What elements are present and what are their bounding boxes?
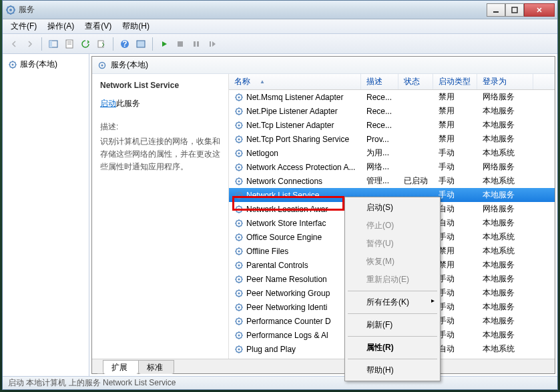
table-row[interactable]: Network Connections管理...已启动手动本地系统 bbox=[229, 174, 555, 188]
svg-rect-15 bbox=[197, 41, 199, 47]
cell-startup: 手动 bbox=[433, 147, 477, 159]
table-row[interactable]: Net.Msmq Listener AdapterRece...禁用网络服务 bbox=[229, 90, 555, 104]
cell-name: Netlogon bbox=[229, 149, 361, 158]
bottom-tabs: 扩展 标准 bbox=[92, 359, 555, 373]
help-button[interactable]: ? bbox=[117, 37, 132, 51]
cell-name: Plug and Play bbox=[229, 345, 361, 354]
gear-icon bbox=[234, 331, 244, 340]
cell-desc: Rece... bbox=[361, 121, 398, 130]
gear-icon bbox=[234, 149, 244, 158]
list-header: 名称 描述 状态 启动类型 登录为 bbox=[229, 74, 555, 90]
table-row[interactable]: Net.Tcp Port Sharing ServiceProv...禁用本地服… bbox=[229, 132, 555, 146]
right-header: 服务(本地) bbox=[92, 57, 555, 74]
start-action-line: 启动此服务 bbox=[100, 98, 220, 109]
refresh-button[interactable] bbox=[78, 37, 93, 51]
right-header-label: 服务(本地) bbox=[111, 59, 148, 71]
context-separator bbox=[348, 336, 437, 337]
help2-button[interactable] bbox=[133, 37, 148, 51]
gear-icon bbox=[234, 233, 244, 242]
cell-name: Net.Msmq Listener Adapter bbox=[229, 93, 361, 102]
table-row[interactable]: Netlogon为用...手动本地系统 bbox=[229, 146, 555, 160]
start-suffix: 此服务 bbox=[116, 99, 140, 108]
window-title: 服务 bbox=[19, 4, 487, 15]
col-desc[interactable]: 描述 bbox=[361, 74, 398, 89]
export-button[interactable] bbox=[94, 37, 109, 51]
cell-name: Network Store Interfac bbox=[229, 219, 361, 228]
cell-desc: Rece... bbox=[361, 93, 398, 102]
context-item[interactable]: 帮助(H) bbox=[346, 361, 439, 379]
svg-point-48 bbox=[238, 278, 240, 280]
cell-name: Peer Networking Identi bbox=[229, 303, 361, 312]
cell-desc: 网络... bbox=[361, 161, 398, 173]
tree-root[interactable]: 服务(本地) bbox=[5, 57, 86, 72]
svg-point-1 bbox=[9, 9, 12, 11]
cell-logon: 本地服务 bbox=[477, 105, 533, 117]
gear-icon bbox=[234, 163, 244, 172]
table-row[interactable]: Net.Pipe Listener AdapterRece...禁用本地服务 bbox=[229, 104, 555, 118]
cell-name: Network Location Awar bbox=[229, 205, 361, 214]
cell-name: Peer Networking Group bbox=[229, 289, 361, 298]
start-service-button[interactable] bbox=[157, 37, 172, 51]
gear-icon bbox=[234, 107, 244, 116]
svg-rect-2 bbox=[493, 11, 499, 13]
menu-help[interactable]: 帮助(H) bbox=[117, 19, 155, 33]
gear-icon bbox=[97, 61, 107, 70]
maximize-button[interactable] bbox=[505, 3, 524, 17]
gear-icon bbox=[234, 219, 244, 228]
window-buttons bbox=[487, 3, 555, 17]
restart-service-button[interactable] bbox=[205, 37, 220, 51]
close-button[interactable] bbox=[524, 3, 555, 17]
stop-service-button[interactable] bbox=[173, 37, 188, 51]
cell-startup: 禁用 bbox=[433, 105, 477, 117]
start-link[interactable]: 启动 bbox=[100, 99, 116, 108]
cell-desc: 为用... bbox=[361, 147, 398, 159]
col-state[interactable]: 状态 bbox=[398, 74, 433, 89]
svg-point-20 bbox=[101, 64, 103, 66]
pause-service-button[interactable] bbox=[189, 37, 204, 51]
tree-root-label: 服务(本地) bbox=[20, 59, 57, 70]
context-item[interactable]: 所有任务(K) bbox=[346, 293, 439, 311]
context-item[interactable]: 启动(S) bbox=[346, 199, 439, 217]
minimize-button[interactable] bbox=[487, 3, 505, 17]
gear-icon bbox=[234, 345, 244, 354]
col-startup[interactable]: 启动类型 bbox=[433, 74, 477, 89]
menubar: 文件(F) 操作(A) 查看(V) 帮助(H) bbox=[3, 19, 557, 34]
gear-icon bbox=[234, 191, 244, 200]
toolbar-separator bbox=[152, 37, 153, 51]
gear-icon bbox=[234, 289, 244, 298]
status-text: 启动 本地计算机 上的服务 Network List Service bbox=[8, 377, 176, 389]
context-item[interactable]: 属性(R) bbox=[346, 339, 439, 357]
cell-name: Peer Name Resolution bbox=[229, 275, 361, 284]
cell-startup: 禁用 bbox=[433, 133, 477, 145]
svg-rect-5 bbox=[49, 41, 52, 47]
menu-action[interactable]: 操作(A) bbox=[42, 19, 79, 33]
svg-rect-13 bbox=[178, 41, 183, 47]
show-tree-button[interactable] bbox=[46, 37, 61, 51]
svg-point-58 bbox=[238, 348, 240, 350]
gear-icon bbox=[234, 121, 244, 130]
context-item[interactable]: 刷新(F) bbox=[346, 316, 439, 334]
gear-icon bbox=[234, 317, 244, 326]
svg-point-42 bbox=[238, 236, 240, 238]
forward-button[interactable] bbox=[23, 37, 37, 51]
desc-label: 描述: bbox=[100, 121, 220, 133]
svg-point-32 bbox=[238, 166, 240, 168]
gear-icon bbox=[234, 303, 244, 312]
cell-desc: 管理... bbox=[361, 175, 398, 187]
properties-button[interactable] bbox=[62, 37, 77, 51]
tab-extended[interactable]: 扩展 bbox=[103, 360, 139, 374]
svg-point-30 bbox=[238, 152, 240, 154]
menu-file[interactable]: 文件(F) bbox=[5, 19, 42, 33]
col-name[interactable]: 名称 bbox=[229, 74, 361, 89]
menu-view[interactable]: 查看(V) bbox=[79, 19, 117, 33]
svg-point-28 bbox=[238, 138, 240, 140]
gear-icon bbox=[234, 275, 244, 284]
table-row[interactable]: Net.Tcp Listener AdapterRece...禁用本地服务 bbox=[229, 118, 555, 132]
tab-standard[interactable]: 标准 bbox=[138, 360, 174, 374]
col-logon[interactable]: 登录为 bbox=[477, 74, 533, 89]
right-body: Network List Service 启动此服务 描述: 识别计算机已连接的… bbox=[92, 74, 555, 359]
svg-point-38 bbox=[238, 208, 240, 210]
back-button[interactable] bbox=[7, 37, 21, 51]
table-row[interactable]: Network Access Protection A...网络...手动网络服… bbox=[229, 160, 555, 174]
cell-logon: 网络服务 bbox=[477, 161, 533, 173]
